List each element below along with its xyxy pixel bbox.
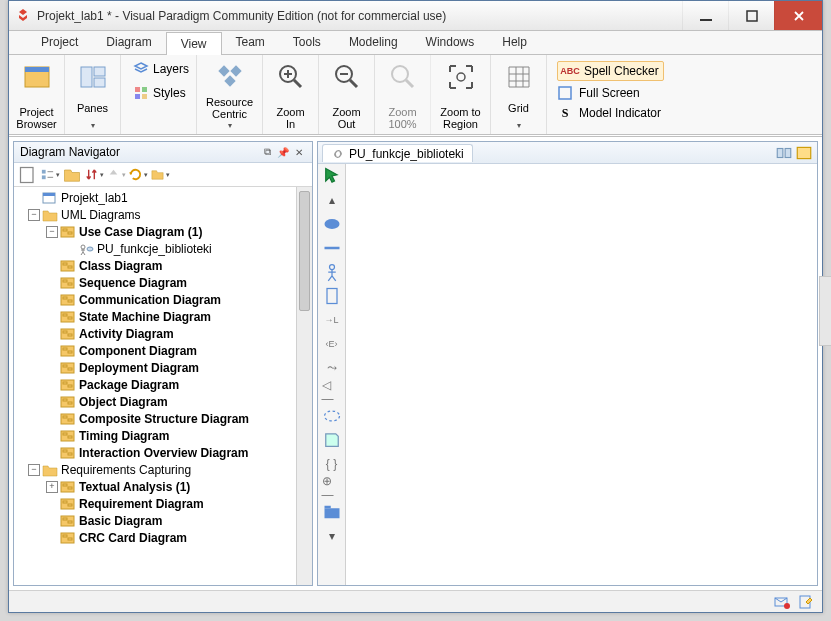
menu-project[interactable]: Project	[27, 31, 92, 54]
minimize-button[interactable]	[682, 1, 728, 30]
tree-row[interactable]: Basic Diagram	[16, 512, 294, 529]
tree-row[interactable]: Deployment Diagram	[16, 359, 294, 376]
collab-tool-icon[interactable]	[322, 407, 342, 425]
tree-row[interactable]: Package Diagram	[16, 376, 294, 393]
diagram-canvas[interactable]	[346, 164, 817, 585]
constraint-tool-icon[interactable]: { }	[322, 455, 342, 473]
chevron-down-icon[interactable]: ▾	[322, 527, 342, 545]
diagram-tree[interactable]: Projekt_lab1−UML Diagrams−Use Case Diagr…	[14, 187, 296, 585]
package-tool-icon[interactable]	[322, 503, 342, 521]
menu-diagram[interactable]: Diagram	[92, 31, 165, 54]
tree-row[interactable]: Class Diagram	[16, 257, 294, 274]
tree-row[interactable]: Activity Diagram	[16, 325, 294, 342]
include-tool-icon[interactable]: ◁—	[322, 383, 342, 401]
editor-max-icon[interactable]	[795, 144, 813, 162]
zoom-out-button[interactable]: Zoom Out	[319, 55, 375, 134]
usecase-tool-icon[interactable]	[322, 215, 342, 233]
tree-row[interactable]: PU_funkcje_biblioteki	[16, 240, 294, 257]
svg-rect-60	[63, 433, 67, 435]
svg-rect-72	[63, 518, 67, 520]
menu-windows[interactable]: Windows	[412, 31, 489, 54]
grid-button[interactable]: Grid	[491, 55, 547, 134]
svg-rect-48	[63, 365, 67, 367]
cursor-tool-icon[interactable]	[322, 167, 342, 185]
nav-view-icon[interactable]	[40, 165, 60, 185]
tree-row[interactable]: Composite Structure Diagram	[16, 410, 294, 427]
expand-toggle[interactable]: +	[46, 481, 58, 493]
diag-icon	[60, 378, 76, 392]
resource-centric-button[interactable]: Resource Centric	[197, 55, 263, 134]
line-tool-icon[interactable]	[322, 239, 342, 257]
nav-collapse-icon[interactable]	[62, 165, 82, 185]
panel-pin-icon[interactable]: 📌	[276, 145, 290, 159]
window-scroll-stub[interactable]	[819, 276, 831, 346]
tree-row[interactable]: Projekt_lab1	[16, 189, 294, 206]
extend-tool-icon[interactable]: ‹E›	[322, 335, 342, 353]
svg-point-83	[324, 411, 339, 421]
menu-modeling[interactable]: Modeling	[335, 31, 412, 54]
nav-refresh-icon[interactable]	[128, 165, 148, 185]
diagram-navigator-panel: Diagram Navigator ⧉ 📌 ✕ Projekt_lab1−UML…	[13, 141, 313, 586]
tree-row[interactable]: Interaction Overview Diagram	[16, 444, 294, 461]
anchor-tool-icon[interactable]: ⊕—	[322, 479, 342, 497]
menu-tools[interactable]: Tools	[279, 31, 335, 54]
expand-toggle[interactable]: −	[28, 209, 40, 221]
editor-tab[interactable]: PU_funkcje_biblioteki	[322, 144, 473, 162]
diag-icon	[60, 531, 76, 545]
editor-layout-icon[interactable]	[775, 144, 793, 162]
diag-icon	[60, 514, 76, 528]
tree-row[interactable]: Communication Diagram	[16, 291, 294, 308]
spell-checker-button[interactable]: ABCSpell Checker	[557, 61, 664, 81]
tree-row[interactable]: Sequence Diagram	[16, 274, 294, 291]
panel-close-icon[interactable]: ✕	[292, 145, 306, 159]
actor-tool-icon[interactable]	[322, 263, 342, 281]
menu-view[interactable]: View	[166, 32, 222, 55]
tree-row[interactable]: CRC Card Diagram	[16, 529, 294, 546]
system-tool-icon[interactable]	[322, 287, 342, 305]
tree-scrollbar[interactable]	[296, 187, 312, 585]
expand-toggle[interactable]: −	[46, 226, 58, 238]
ribbon: Project Browser Panes Layers Styles Reso…	[9, 55, 822, 135]
expand-toggle[interactable]: −	[28, 464, 40, 476]
tree-row[interactable]: Timing Diagram	[16, 427, 294, 444]
tree-row[interactable]: State Machine Diagram	[16, 308, 294, 325]
mail-alert-icon[interactable]	[774, 594, 790, 610]
close-button[interactable]	[774, 1, 822, 30]
styles-button[interactable]: Styles	[129, 83, 190, 103]
svg-rect-76	[68, 538, 72, 540]
tree-row[interactable]: −Use Case Diagram (1)	[16, 223, 294, 240]
note-tool-icon[interactable]	[322, 431, 342, 449]
maximize-button[interactable]	[728, 1, 774, 30]
nav-new-icon[interactable]	[18, 165, 38, 185]
tree-row[interactable]: Component Diagram	[16, 342, 294, 359]
chevron-up-icon[interactable]: ▴	[322, 191, 342, 209]
nav-open-icon[interactable]	[150, 165, 170, 185]
project-browser-button[interactable]: Project Browser	[9, 55, 65, 134]
layers-button[interactable]: Layers	[129, 59, 193, 79]
zoom-region-button[interactable]: Zoom to Region	[431, 55, 491, 134]
model-indicator-button[interactable]: SModel Indicator	[557, 105, 661, 121]
menu-team[interactable]: Team	[222, 31, 279, 54]
tree-row[interactable]: Requirement Diagram	[16, 495, 294, 512]
svg-rect-5	[94, 67, 105, 76]
zoom-100-button[interactable]: Zoom 100%	[375, 55, 431, 134]
tree-row[interactable]: +Textual Analysis (1)	[16, 478, 294, 495]
svg-point-87	[784, 603, 790, 609]
panes-button[interactable]: Panes	[65, 55, 121, 134]
tree-row[interactable]: Object Diagram	[16, 393, 294, 410]
svg-point-27	[81, 245, 85, 249]
assoc-tool-icon[interactable]: →L	[322, 311, 342, 329]
dep-tool-icon[interactable]: ⤳	[322, 359, 342, 377]
zoom-in-button[interactable]: Zoom In	[263, 55, 319, 134]
svg-rect-45	[63, 348, 67, 350]
nav-filter-icon[interactable]	[106, 165, 126, 185]
app-icon	[15, 8, 31, 24]
panel-dock-icon[interactable]: ⧉	[260, 145, 274, 159]
tree-row[interactable]: −Requirements Capturing	[16, 461, 294, 478]
edit-icon[interactable]	[798, 594, 814, 610]
tree-row[interactable]: −UML Diagrams	[16, 206, 294, 223]
svg-rect-4	[81, 67, 92, 87]
full-screen-button[interactable]: Full Screen	[557, 85, 640, 101]
nav-sort-icon[interactable]	[84, 165, 104, 185]
menu-help[interactable]: Help	[488, 31, 541, 54]
